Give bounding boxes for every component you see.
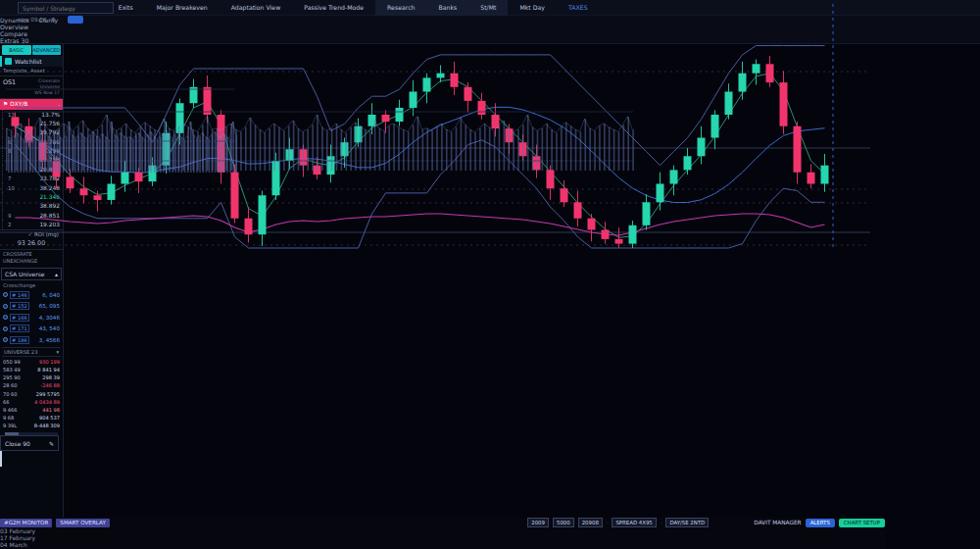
quote-col-b: 8-448 309 [34, 423, 60, 428]
order-row[interactable]: # 1863, 4566 [0, 334, 63, 346]
close-position-button[interactable]: Close 90 ✎ [0, 435, 59, 451]
main-chart-panel: #G2H MONITOR SMART OVERLAY 2009 5000 209… [0, 518, 885, 549]
order-row[interactable]: # 1664, 3046 [0, 312, 63, 324]
volume-histogram-right[interactable] [4, 82, 239, 184]
quote-table-row[interactable]: 28 60-246 88 [0, 381, 63, 389]
order-row[interactable]: # 17143, 540 [0, 324, 63, 335]
monitor-chip[interactable]: #G2H MONITOR [0, 519, 52, 527]
ohlc-high-box: 5000 [553, 518, 574, 527]
quote-col-b: 8 841 94 [37, 367, 60, 373]
xaxis-label: 03 February [0, 527, 885, 534]
quote-col-b: 298 39 [42, 374, 60, 380]
order-dot-icon [3, 326, 8, 331]
ohlc-open-box: 2009 [527, 518, 549, 527]
divider-label: UNIVERSE 23 [4, 349, 37, 355]
ohlc-low-box: 20908 [578, 518, 603, 527]
chevron-up-icon: ▴ [55, 271, 58, 277]
quote-col-a: 295 90 [3, 374, 21, 380]
quote-col-b: 4 0434 89 [34, 399, 60, 405]
quote-col-b: 904 537 [39, 415, 60, 421]
close-label: Close 90 [5, 440, 30, 447]
order-tag: # 152 [10, 302, 29, 310]
quote-table-row[interactable]: 664 0434 89 [0, 398, 63, 406]
quote-col-b: 299 5795 [36, 391, 60, 397]
quote-table-row[interactable]: 9 466441 98 [0, 406, 63, 414]
quote-table-row[interactable]: 9 68904 537 [0, 414, 63, 422]
order-value: 4, 3046 [39, 315, 60, 321]
order-dot-icon [3, 304, 8, 309]
quote-table-row[interactable]: 70 60299 5795 [0, 390, 63, 398]
chevron-down-icon: ▾ [56, 349, 59, 355]
sidebar-scroll-nub[interactable] [0, 451, 2, 467]
manager-label: DAVIT MANAGER [754, 520, 801, 525]
dot-separator: · [661, 520, 662, 525]
order-row[interactable]: # 1466, 040 [0, 289, 63, 301]
xaxis-label: 17 February [0, 534, 885, 541]
order-dot-icon [3, 292, 8, 297]
order-value: 65, 095 [39, 303, 60, 309]
quote-table-row[interactable]: 050 99930 199 [0, 358, 63, 366]
quote-col-a: 583 49 [3, 367, 21, 373]
overlay-chip[interactable]: SMART OVERLAY [56, 519, 109, 527]
section-title: CSA Universe [5, 271, 45, 277]
quote-col-a: 9 68 [3, 415, 14, 421]
order-value: 3, 4566 [39, 337, 60, 343]
order-tag: # 146 [10, 291, 29, 299]
order-rows: # 1466, 040# 15265, 095# 1664, 3046# 171… [0, 289, 63, 346]
universe-divider: UNIVERSE 23 ▾ [2, 347, 61, 357]
chart-toolbar-row: #G2H MONITOR SMART OVERLAY 2009 5000 209… [0, 518, 885, 527]
order-tag: # 171 [10, 324, 29, 332]
quote-table: 050 99930 199583 498 841 94295 90298 392… [0, 358, 63, 430]
order-value: 43, 540 [39, 325, 60, 331]
quote-col-b: 930 199 [39, 359, 60, 365]
spread-box: SPREAD 4X95 [612, 518, 656, 527]
quote-col-a: 66 [3, 399, 9, 405]
quote-col-a: 9 466 [3, 407, 18, 413]
quote-table-row[interactable]: 9 39L8-448 309 [0, 422, 63, 429]
order-dot-icon [3, 337, 8, 342]
order-row[interactable]: # 15265, 095 [0, 300, 63, 312]
quote-col-a: 28 60 [3, 382, 18, 388]
section-sublabel: Crosschange [0, 281, 63, 289]
order-tag: # 166 [10, 314, 29, 322]
order-value: 6, 040 [42, 292, 60, 298]
quote-col-b: 441 98 [42, 407, 60, 413]
order-dot-icon [3, 315, 8, 320]
alerts-button[interactable]: ALERTS [806, 519, 835, 527]
quote-table-row[interactable]: 295 90298 39 [0, 374, 63, 381]
pencil-icon: ✎ [49, 440, 54, 447]
quote-col-b: -246 88 [40, 382, 60, 388]
quote-table-row[interactable]: 583 498 841 94 [0, 366, 63, 374]
xaxis-label: 04 March [0, 541, 885, 548]
quote-col-a: 70 60 [3, 391, 18, 397]
quote-col-a: 9 39L [3, 423, 17, 428]
order-tag: # 186 [10, 336, 29, 344]
quote-col-a: 050 99 [3, 359, 21, 365]
chart-setup-button[interactable]: CHART SETUP [839, 519, 885, 527]
trading-terminal: AXISOXIExitsMajor BreakevenAdaptation Vi… [0, 0, 980, 549]
dot-separator: · [607, 520, 609, 525]
day-box: DAY/SE 2NTD [665, 518, 709, 527]
